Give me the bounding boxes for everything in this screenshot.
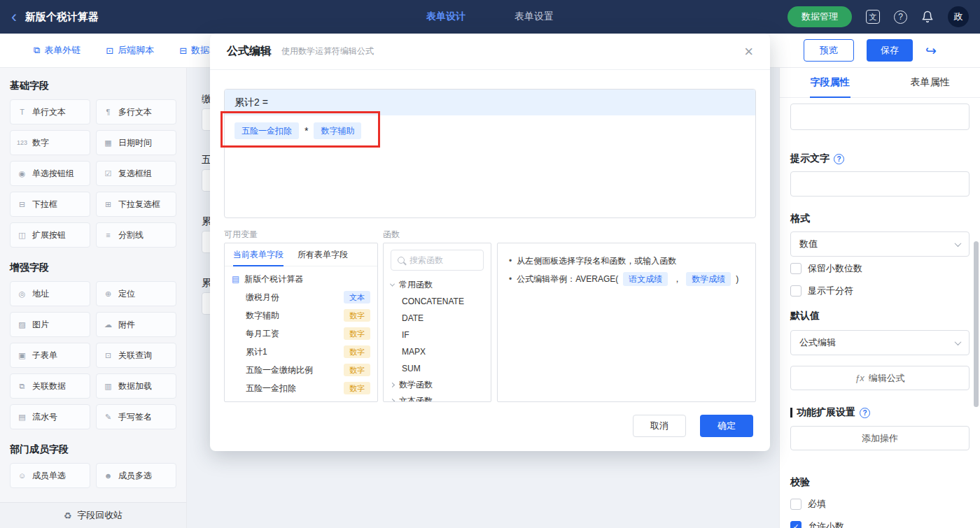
tab-form-design[interactable]: 表单设计	[426, 10, 465, 23]
add-action-button[interactable]: 添加操作	[790, 426, 969, 450]
field-data-load[interactable]: ▥数据加载	[96, 373, 176, 399]
function-group-math[interactable]: 数学函数	[384, 377, 491, 393]
cancel-button[interactable]: 取消	[633, 415, 686, 437]
function-item[interactable]: IF	[384, 327, 491, 343]
field-multi-line-text[interactable]: ¶多行文本	[96, 99, 176, 124]
format-label: 格式	[790, 213, 969, 225]
backend-script-link[interactable]: ⊡ 后端脚本	[106, 44, 154, 57]
variable-item[interactable]: 累计1数字	[225, 343, 377, 361]
field-member-multi[interactable]: ☻成员多选	[96, 463, 176, 488]
topbar-actions: 数据管理 文 政	[788, 6, 969, 27]
tab-all-form-fields[interactable]: 所有表单字段	[298, 243, 348, 266]
heading-bar	[790, 408, 792, 418]
field-palette: 基础字段 T单行文本 ¶多行文本 123数字 ▦日期时间 ◉单选按钮组 ☑复选框…	[0, 68, 187, 528]
field-attachment[interactable]: ☁附件	[96, 312, 176, 337]
field-divider[interactable]: ≡分割线	[96, 222, 176, 248]
variable-item[interactable]: 五险一金扣除数字	[225, 379, 377, 397]
variable-item[interactable]: 数字辅助数字	[225, 306, 377, 324]
help-icon[interactable]	[894, 10, 907, 24]
variable-item[interactable]: 每月工资数字	[225, 324, 377, 343]
tab-current-form-fields[interactable]: 当前表单字段	[233, 243, 284, 266]
hint-help-icon[interactable]	[834, 154, 844, 164]
field-linked-data[interactable]: ⧉关联数据	[10, 373, 90, 399]
language-icon[interactable]: 文	[866, 10, 880, 24]
field-radio-group[interactable]: ◉单选按钮组	[10, 161, 90, 186]
tab-field-properties[interactable]: 字段属性	[780, 68, 880, 97]
member-fields-grid: ☺成员单选 ☻成员多选	[10, 463, 176, 488]
function-item[interactable]: SUM	[384, 360, 491, 377]
function-group-text[interactable]: 文本函数	[384, 393, 491, 402]
field-recycle-bin[interactable]: ♻ 字段回收站	[0, 502, 186, 528]
member-multi-icon: ☻	[103, 471, 113, 480]
allow-decimal-checkbox[interactable]	[790, 521, 802, 528]
function-search-input[interactable]	[410, 255, 477, 265]
function-item[interactable]: MAPX	[384, 343, 491, 360]
number-icon: 123	[17, 139, 27, 146]
bullet-icon: •	[509, 256, 512, 266]
field-datetime[interactable]: ▦日期时间	[96, 130, 176, 155]
formula-token-field[interactable]: 数字辅助	[314, 122, 361, 139]
confirm-button[interactable]: 确定	[700, 415, 753, 437]
fx-icon: ƒx	[855, 373, 864, 383]
function-group-common[interactable]: 常用函数	[384, 277, 491, 293]
multi-line-text-icon: ¶	[103, 108, 113, 116]
field-signature[interactable]: ✎手写签名	[96, 404, 176, 429]
hint-text-input[interactable]	[790, 171, 969, 197]
basic-fields-grid: T单行文本 ¶多行文本 123数字 ▦日期时间 ◉单选按钮组 ☑复选框组 ⊟下拉…	[10, 99, 176, 248]
preview-button[interactable]: 预览	[804, 39, 854, 62]
attachment-icon: ☁	[103, 320, 113, 329]
thousand-separator-checkbox[interactable]	[790, 285, 802, 297]
field-serial-number[interactable]: ▤流水号	[10, 404, 90, 429]
variables-root[interactable]: ▤ 新版个税计算器	[225, 270, 377, 288]
formula-editor: 累计2 = 五险一金扣除 * 数字辅助	[224, 89, 756, 218]
field-checkbox-group[interactable]: ☑复选框组	[96, 161, 176, 186]
field-linked-query[interactable]: ⊡关联查询	[96, 343, 176, 368]
field-address[interactable]: ◎地址	[10, 281, 90, 306]
notification-bell-icon[interactable]	[921, 10, 934, 23]
save-button[interactable]: 保存	[867, 39, 913, 62]
tool-link-label: 表单外链	[44, 44, 80, 57]
variables-tree: ▤ 新版个税计算器 缴税月份文本 数字辅助数字 每月工资数字 累计1数字 五险一…	[225, 266, 377, 401]
type-badge-number: 数字	[344, 327, 370, 340]
field-single-line-text[interactable]: T单行文本	[10, 99, 90, 124]
field-dropdown[interactable]: ⊟下拉框	[10, 192, 90, 217]
tab-form-settings[interactable]: 表单设置	[514, 10, 554, 23]
default-value-select[interactable]: 公式编辑	[790, 330, 969, 355]
function-item[interactable]: CONCATENATE	[384, 293, 491, 310]
scrollbar-thumb[interactable]	[974, 241, 979, 407]
extension-help-icon[interactable]	[860, 408, 870, 418]
keep-decimals-checkbox[interactable]	[790, 263, 802, 274]
formula-input-area[interactable]: 五险一金扣除 * 数字辅助	[225, 115, 755, 146]
user-avatar[interactable]: 政	[948, 6, 969, 27]
variable-item[interactable]: 五险一金缴纳比例数字	[225, 361, 377, 379]
form-external-link[interactable]: ⧉ 表单外链	[34, 44, 80, 57]
hint-text-label: 提示文字	[790, 152, 969, 165]
formula-operator: *	[304, 125, 308, 136]
data-manage-button[interactable]: 数据管理	[788, 6, 852, 27]
tab-form-properties[interactable]: 表单属性	[880, 68, 980, 97]
edit-formula-button[interactable]: ƒx 编辑公式	[790, 366, 969, 390]
subform-icon: ▣	[17, 351, 27, 360]
required-checkbox[interactable]	[790, 499, 802, 510]
field-subform[interactable]: ▣子表单	[10, 343, 90, 368]
required-row: 必填	[790, 498, 969, 511]
variable-item[interactable]: 缴税月份文本	[225, 288, 377, 306]
field-extend-button[interactable]: ◫扩展按钮	[10, 222, 90, 248]
field-member-single[interactable]: ☺成员单选	[10, 463, 90, 488]
signature-icon: ✎	[103, 413, 113, 422]
formula-token-field[interactable]: 五险一金扣除	[234, 122, 299, 139]
field-image[interactable]: ▨图片	[10, 312, 90, 337]
chevron-right-icon	[390, 399, 395, 402]
field-title-input[interactable]	[790, 104, 969, 130]
field-number[interactable]: 123数字	[10, 130, 90, 155]
field-dropdown-multi[interactable]: ⊞下拉复选框	[96, 192, 176, 217]
example-token: 语文成绩	[623, 272, 668, 286]
field-location[interactable]: ⊕定位	[96, 281, 176, 306]
chevron-down-icon	[955, 338, 962, 345]
function-item[interactable]: DATE	[384, 310, 491, 327]
close-icon[interactable]: ×	[744, 44, 753, 59]
modal-footer: 取消 确定	[633, 415, 753, 437]
linked-query-icon: ⊡	[103, 351, 113, 360]
format-select[interactable]: 数值	[790, 231, 969, 257]
share-icon[interactable]: ↪	[925, 43, 937, 59]
